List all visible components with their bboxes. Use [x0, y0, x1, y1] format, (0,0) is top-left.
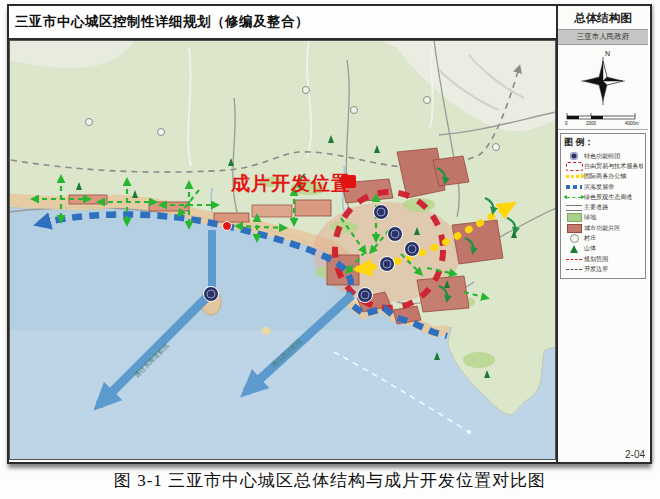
scale-bar: 0 2000 4000m	[563, 110, 643, 126]
legend-item: 规划范围	[564, 254, 643, 264]
north-compass-icon: N	[567, 47, 639, 109]
main-road-icon	[564, 205, 584, 211]
legend-item: 滨海发展带	[564, 182, 643, 192]
legend-item: 山体	[564, 244, 643, 254]
red-swatch-icon	[564, 224, 584, 233]
legend-item: 开发边界	[564, 264, 643, 274]
title-bar: 三亚市中心城区控制性详细规划（修编及整合）	[9, 6, 556, 40]
small-island	[261, 327, 271, 335]
red-dashed-box-icon	[564, 162, 584, 171]
planning-map: 通往东南亚航线 通往西沙航线	[9, 40, 556, 460]
scanned-plan-page: 三亚市中心城区控制性详细规划（修编及整合）	[0, 0, 660, 499]
map-annotation: 成片开发位置	[230, 173, 351, 194]
north-label: N	[605, 50, 610, 57]
scale-mid: 2000	[586, 121, 597, 126]
legend-item: 绿地	[564, 213, 643, 223]
mountain-tree-icon	[564, 245, 584, 253]
sheet-left-column: 三亚市中心城区控制性详细规划（修编及整合）	[9, 6, 556, 462]
village-dot-icon	[564, 234, 584, 243]
legend-item: 自由贸易与技术服务核心	[564, 161, 643, 171]
legend-item: 特色功能组团	[564, 151, 643, 161]
compass-box: N 0 2000 4000m	[558, 45, 648, 130]
sidebar-map-name: 总体结构图	[558, 6, 648, 29]
figure-caption: 图 3-1 三亚市中心城区总体结构与成片开发位置对比图	[0, 469, 660, 492]
sheet-number: 2-04	[558, 449, 648, 462]
development-site-dot	[223, 222, 232, 231]
yellow-dotted-axis-icon	[564, 175, 584, 178]
plan-sheet: 三亚市中心城区控制性详细规划（修编及整合）	[7, 4, 652, 464]
sidebar-agency: 三亚市人民政府	[558, 29, 648, 45]
cluster-emblem-icon	[564, 152, 584, 160]
legend-item: 国际商务办公轴	[564, 172, 643, 182]
legend-item: 城市功能片区	[564, 223, 643, 233]
green-dashed-arrow-icon	[564, 197, 584, 198]
blue-dashed-belt-icon	[564, 185, 584, 189]
legend-item: 绿色景观生态廊道	[564, 192, 643, 202]
scale-end: 4000m	[625, 121, 639, 126]
map-area: 通往东南亚航线 通往西沙航线	[9, 40, 556, 460]
legend-box: 图 例： 特色功能组团 自由贸易与技术服务核心 国际商务办公轴 滨海发展带	[560, 133, 646, 279]
legend-item: 主要道路	[564, 202, 643, 212]
gray-dashed-icon	[564, 269, 584, 270]
green-swatch-icon	[564, 213, 584, 222]
legend-title: 图 例：	[564, 136, 643, 149]
sidebar: 总体结构图 三亚市人民政府 N 0	[556, 6, 648, 462]
scale-start: 0	[565, 121, 568, 126]
legend-item: 村庄	[564, 233, 643, 243]
sheet-title: 三亚市中心城区控制性详细规划（修编及整合）	[9, 13, 309, 31]
red-dashdot-icon	[564, 259, 584, 260]
